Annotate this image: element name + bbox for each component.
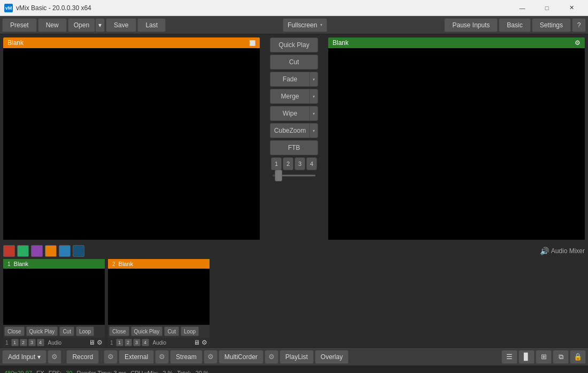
open-button[interactable]: Open [68, 18, 95, 32]
stream-button[interactable]: Stream [170, 350, 203, 364]
cubezoom-button[interactable]: CubeZoom [270, 123, 310, 138]
audio-mixer-bar: 🔊 Audio Mixer [540, 247, 585, 255]
input-1-gear-icon[interactable]: ⚙ [97, 339, 103, 346]
input-1-btn4[interactable]: 4 [37, 339, 44, 346]
output-header: Blank ⚙ [328, 37, 585, 48]
cubezoom-arrow[interactable]: ▾ [310, 123, 318, 138]
merge-split: Merge ▾ [270, 89, 318, 104]
record-label: Record [72, 353, 93, 361]
restore-button[interactable]: □ [535, 0, 559, 16]
wipe-arrow[interactable]: ▾ [310, 106, 318, 121]
input-2-btn3[interactable]: 3 [133, 339, 141, 346]
multicorder-button[interactable]: MultiCorder [219, 350, 264, 364]
stream-label: Stream [176, 353, 197, 361]
input-1-bottom: 1 1 2 3 4 Audio 🖥 ⚙ [3, 338, 105, 347]
fullscreen-dropdown[interactable]: Fullscreen ▾ [283, 18, 327, 32]
output-gear-icon[interactable]: ⚙ [575, 39, 581, 47]
overlay-button[interactable]: Overlay [315, 350, 349, 364]
quick-play-button[interactable]: Quick Play [270, 37, 318, 52]
snapshot-button[interactable]: ⧉ [553, 350, 569, 364]
color-purple[interactable] [31, 245, 43, 257]
close-button[interactable]: ✕ [559, 0, 584, 16]
last-button[interactable]: Last [137, 18, 166, 32]
grid-view-button[interactable]: ⊞ [536, 350, 552, 364]
external-button[interactable]: External [119, 350, 154, 364]
wipe-split: Wipe ▾ [270, 106, 318, 121]
input-1-cut[interactable]: Cut [59, 326, 74, 336]
preview-header: Blank ⬜ [3, 37, 260, 48]
input-2-quickplay[interactable]: Quick Play [131, 326, 163, 336]
input-2-loop[interactable]: Loop [181, 326, 199, 336]
color-blue[interactable] [59, 245, 71, 257]
input-tile-1: 1 Blank Close Quick Play Cut Loop 1 1 2 … [3, 259, 105, 347]
input-1-quickplay[interactable]: Quick Play [26, 326, 58, 336]
add-input-button[interactable]: Add Input ▾ [2, 350, 47, 364]
playlist-button[interactable]: PlayList [280, 350, 314, 364]
preview-maximize-icon[interactable]: ⬜ [249, 40, 256, 46]
fade-arrow[interactable]: ▾ [310, 72, 318, 87]
cut-button[interactable]: Cut [270, 55, 318, 70]
input-1-monitor-icon[interactable]: 🖥 [89, 339, 95, 346]
input-2-cut[interactable]: Cut [164, 326, 179, 336]
help-button[interactable]: ? [572, 18, 586, 32]
preview-video [3, 48, 260, 240]
fade-split: Fade ▾ [270, 72, 318, 87]
input-2-btn4[interactable]: 4 [142, 339, 149, 346]
external-gear[interactable]: ⚙ [104, 350, 118, 364]
basic-button[interactable]: Basic [499, 18, 530, 32]
wipe-button[interactable]: Wipe [270, 106, 310, 121]
bar-view-button[interactable]: ▊ [519, 350, 535, 364]
multicorder-gear[interactable]: ⚙ [204, 350, 218, 364]
input-2-monitor-icon[interactable]: 🖥 [194, 339, 200, 346]
color-green[interactable] [17, 245, 29, 257]
ftb-button[interactable]: FTB [270, 140, 318, 155]
transition-num-buttons: 1 2 3 4 [271, 157, 317, 170]
fps-label: FPS: [49, 370, 61, 374]
input-1-btn2[interactable]: 2 [20, 339, 27, 346]
stream-gear[interactable]: ⚙ [155, 350, 169, 364]
record-button[interactable]: Record [66, 350, 99, 364]
input-2-gear-icon[interactable]: ⚙ [202, 339, 207, 346]
open-dropdown-button[interactable]: ▾ [95, 18, 105, 32]
num4-button[interactable]: 4 [306, 157, 317, 170]
input-1-close[interactable]: Close [4, 326, 25, 336]
num3-button[interactable]: 3 [295, 157, 305, 170]
list-view-button[interactable]: ☰ [501, 350, 517, 364]
color-red[interactable] [3, 245, 15, 257]
fade-button[interactable]: Fade [270, 72, 310, 87]
add-input-gear[interactable]: ⚙ [48, 350, 61, 364]
overlay-label: Overlay [321, 353, 343, 361]
render-time: Render Time: 3 ms [76, 370, 126, 374]
num1-button[interactable]: 1 [271, 157, 282, 170]
merge-button[interactable]: Merge [270, 89, 310, 104]
input-1-btn3[interactable]: 3 [28, 339, 36, 346]
add-input-arrow: ▾ [37, 353, 41, 361]
save-button[interactable]: Save [106, 18, 136, 32]
settings-button[interactable]: Settings [532, 18, 571, 32]
preset-button[interactable]: Preset [2, 18, 37, 32]
main-area: Blank ⬜ Quick Play Cut Fade ▾ Merge ▾ Wi… [0, 34, 588, 243]
num2-button[interactable]: 2 [283, 157, 293, 170]
transition-slider-handle[interactable] [275, 170, 282, 181]
minimize-button[interactable]: — [510, 0, 535, 16]
input-1-btn1[interactable]: 1 [11, 339, 19, 346]
lock-button[interactable]: 🔒 [570, 350, 586, 364]
color-swatches [3, 245, 84, 257]
input-1-loop[interactable]: Loop [76, 326, 94, 336]
open-split-button: Open ▾ [68, 18, 105, 32]
input-2-btn2[interactable]: 2 [125, 339, 132, 346]
input-2-close[interactable]: Close [109, 326, 129, 336]
add-input-label: Add Input [8, 353, 35, 361]
input-2-btn1[interactable]: 1 [116, 339, 123, 346]
color-dark-blue[interactable] [73, 245, 84, 257]
new-button[interactable]: New [38, 18, 67, 32]
transition-slider-track [273, 174, 315, 177]
pause-inputs-button[interactable]: Pause Inputs [444, 18, 498, 32]
playlist-gear[interactable]: ⚙ [265, 350, 278, 364]
output-label: Blank [332, 39, 349, 47]
input-1-controls: Close Quick Play Cut Loop [3, 325, 105, 338]
merge-arrow[interactable]: ▾ [310, 89, 318, 104]
input-1-audio-label: Audio [48, 340, 62, 346]
color-orange[interactable] [45, 245, 57, 257]
input-tiles: 1 Blank Close Quick Play Cut Loop 1 1 2 … [0, 259, 588, 347]
